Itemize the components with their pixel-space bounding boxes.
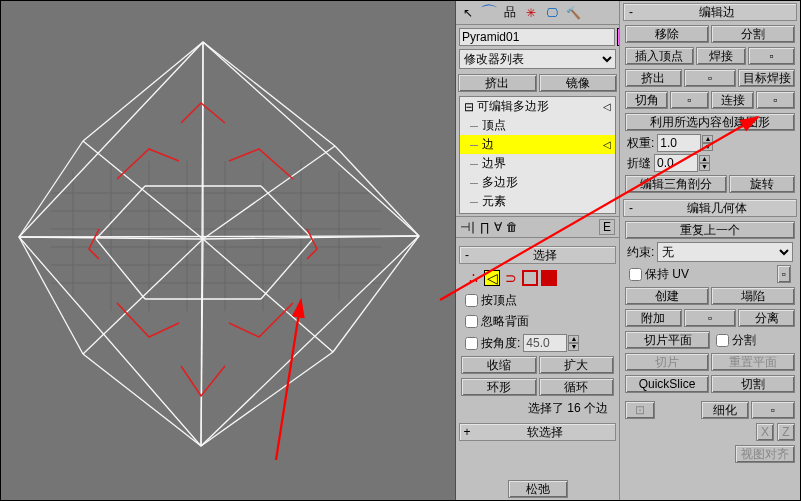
stack-toolbar: ⊣∣ ∏ ∀ 🗑 E [456,216,619,238]
by-angle-row: 按角度: ▲▼ [459,332,616,354]
remove-modifier-icon[interactable]: 🗑 [506,220,518,234]
svg-line-19 [333,236,419,352]
extrude-edge-button[interactable]: 挤出 [625,69,682,87]
modify-tab-icon[interactable]: ⌒ [479,3,499,23]
target-weld-button[interactable]: 目标焊接 [738,69,795,87]
svg-line-17 [203,42,335,146]
rotate-button[interactable]: 旋转 [729,175,795,193]
tree-edge[interactable]: 边◁ [460,135,615,154]
display-icon[interactable]: 🖵 [542,3,562,23]
collapse-button[interactable]: 塌陷 [711,287,795,305]
mirror-button[interactable]: 镜像 [539,74,618,92]
align-x-button: X [756,423,774,441]
tree-root[interactable]: 可编辑多边形◁ [460,97,615,116]
tree-polygon[interactable]: 多边形 [460,173,615,192]
show-end-result-icon[interactable]: ∏ [480,220,490,234]
tree-vertex[interactable]: 顶点 [460,116,615,135]
tessellate-button[interactable]: 细化 [701,401,749,419]
slice-button: 切片 [625,353,709,371]
cut-button[interactable]: 切割 [711,375,795,393]
edit-geometry-rollout: 重复上一个 约束: 无 保持 UV▫ 创建 塌陷 附加 ▫ 分离 切片平面 分割… [620,219,800,467]
svg-line-34 [261,186,313,239]
grow-button[interactable]: 扩大 [539,356,615,374]
by-angle-spinner [523,334,567,352]
edit-tri-button[interactable]: 编辑三角剖分 [625,175,727,193]
chamfer-settings-button[interactable]: ▫ [670,91,709,109]
align-z-button: Z [777,423,795,441]
svg-line-24 [83,42,203,141]
selection-status: 选择了 16 个边 [459,398,616,419]
attach-button[interactable]: 附加 [625,309,682,327]
shrink-button[interactable]: 收缩 [461,356,537,374]
make-unique-icon[interactable]: ∀ [494,220,502,234]
modifier-panel: ↖ ⌒ 品 ✳ 🖵 🔨 修改器列表 挤出 镜像 可编辑多边形◁ 顶点 边◁ 边界… [455,1,619,500]
chamfer-button[interactable]: 切角 [625,91,668,109]
connect-button[interactable]: 连接 [711,91,754,109]
svg-line-21 [83,354,201,446]
svg-line-38 [96,186,145,239]
edit-edges-rollout: 移除 分割 插入顶点 焊接 ▫ 挤出 ▫ 目标焊接 切角 ▫ 连接 ▫ 利用所选… [620,23,800,197]
utilities-icon[interactable]: 🔨 [563,3,583,23]
remove-button[interactable]: 移除 [625,25,709,43]
polygon-subobj-icon[interactable] [522,270,538,286]
side-rollouts: -编辑边 移除 分割 插入顶点 焊接 ▫ 挤出 ▫ 目标焊接 切角 ▫ 连接 ▫ [619,1,800,500]
element-subobj-icon[interactable] [541,270,557,286]
modifier-list-dropdown[interactable]: 修改器列表 [459,49,616,69]
modifier-stack-tree[interactable]: 可编辑多边形◁ 顶点 边◁ 边界 多边形 元素 [459,96,616,214]
weight-spinner[interactable] [657,134,701,152]
attach-list-button[interactable]: ▫ [684,309,737,327]
slice-plane-button[interactable]: 切片平面 [625,331,710,349]
by-vertex-checkbox[interactable]: 按顶点 [459,290,616,311]
detach-button[interactable]: 分离 [738,309,795,327]
by-angle-checkbox[interactable] [465,337,478,350]
hierarchy-icon[interactable]: 品 [500,3,520,23]
configure-sets-icon[interactable]: E [599,219,615,235]
selection-rollout: ∴ ◁ ⊃ 按顶点 忽略背面 按角度: ▲▼ 收缩 扩大 环形 循环 选择了 1… [456,266,619,421]
split-checkbox[interactable]: 分割 [712,331,795,349]
preserve-uv-checkbox[interactable]: 保持 UV▫ [623,263,797,285]
extrude-button[interactable]: 挤出 [458,74,537,92]
weld-settings-button[interactable]: ▫ [748,47,795,65]
constraint-dropdown[interactable]: 无 [657,242,793,262]
svg-marker-14 [19,42,419,446]
relax-button[interactable]: 松弛 [508,480,568,498]
soft-selection-rollout-header[interactable]: +软选择 [459,423,616,441]
extrude-settings-button[interactable]: ▫ [684,69,737,87]
svg-line-26 [203,239,333,352]
reset-plane-button: 重置平面 [711,353,795,371]
cursor-icon[interactable]: ↖ [458,3,478,23]
svg-line-20 [201,352,333,446]
tessellate-settings-button[interactable]: ▫ [751,401,795,419]
create-shape-button[interactable]: 利用所选内容创建图形 [625,113,795,131]
vertex-subobj-icon[interactable]: ∴ [465,270,481,286]
border-subobj-icon[interactable]: ⊃ [503,270,519,286]
quickslice-button[interactable]: QuickSlice [625,375,709,393]
preserve-uv-settings-button[interactable]: ▫ [777,265,791,283]
edit-edges-rollout-header[interactable]: -编辑边 [623,3,797,21]
crease-spinner[interactable] [654,154,698,172]
svg-line-37 [96,239,145,299]
weld-button[interactable]: 焊接 [696,47,747,65]
repeat-last-button[interactable]: 重复上一个 [625,221,795,239]
ignore-backfacing-checkbox[interactable]: 忽略背面 [459,311,616,332]
selection-rollout-header[interactable]: -选择 [459,246,616,264]
pin-stack-icon[interactable]: ⊣∣ [460,220,476,234]
ring-button[interactable]: 环形 [461,378,537,396]
insert-vertex-button[interactable]: 插入顶点 [625,47,694,65]
viewport[interactable] [1,1,455,500]
edit-geometry-rollout-header[interactable]: -编辑几何体 [623,199,797,217]
tree-border[interactable]: 边界 [460,154,615,173]
edge-subobj-icon[interactable]: ◁ [484,270,500,286]
command-panel-tabs: ↖ ⌒ 品 ✳ 🖵 🔨 [456,1,619,25]
connect-settings-button[interactable]: ▫ [756,91,795,109]
msmooth-button: ⊡ [625,401,655,419]
create-button[interactable]: 创建 [625,287,709,305]
view-align-button: 视图对齐 [735,445,795,463]
loop-button[interactable]: 循环 [539,378,615,396]
object-name-input[interactable] [459,28,615,46]
svg-line-35 [261,239,313,299]
tree-element[interactable]: 元素 [460,192,615,211]
svg-line-18 [335,146,419,236]
split-button[interactable]: 分割 [711,25,795,43]
motion-icon[interactable]: ✳ [521,3,541,23]
